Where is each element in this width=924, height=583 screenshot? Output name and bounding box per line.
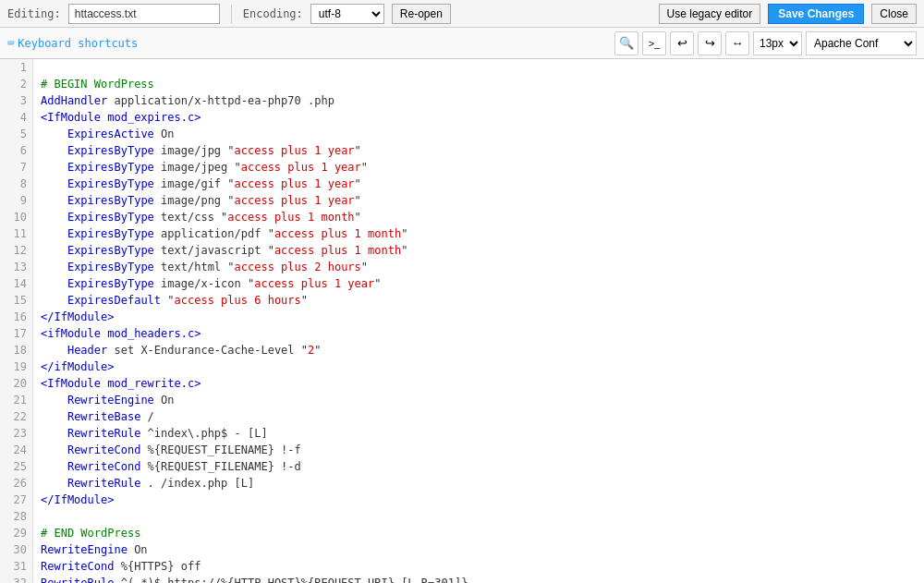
code-line: ExpiresByType image/png "access plus 1 y… bbox=[41, 192, 917, 209]
line-number: 15 bbox=[0, 292, 32, 309]
code-line bbox=[41, 59, 917, 76]
code-line: ExpiresActive On bbox=[41, 126, 917, 142]
code-line: </IfModule> bbox=[41, 309, 917, 325]
language-select[interactable]: Apache Conf Plain Text PHP bbox=[806, 31, 917, 55]
line-number: 20 bbox=[0, 375, 32, 392]
code-line: </IfModule> bbox=[41, 492, 917, 508]
line-number: 17 bbox=[0, 325, 32, 342]
editor-container: 1234567891011121314151617181920212223242… bbox=[0, 59, 924, 583]
line-number: 16 bbox=[0, 309, 32, 325]
line-number: 19 bbox=[0, 358, 32, 375]
line-number: 26 bbox=[0, 475, 32, 492]
line-number: 24 bbox=[0, 442, 32, 458]
code-line: RewriteRule ^(.*)$ https://%{HTTP_HOST}%… bbox=[41, 575, 917, 583]
line-number: 8 bbox=[0, 176, 32, 192]
filename-input[interactable] bbox=[68, 4, 220, 24]
code-line: RewriteCond %{REQUEST_FILENAME} !-d bbox=[41, 458, 917, 475]
code-line: # END WordPress bbox=[41, 525, 917, 541]
code-line: ExpiresByType text/html "access plus 2 h… bbox=[41, 259, 917, 275]
save-changes-button[interactable]: Save Changes bbox=[768, 4, 864, 24]
line-number: 6 bbox=[0, 142, 32, 159]
code-line: ExpiresByType image/gif "access plus 1 y… bbox=[41, 176, 917, 192]
code-line: Header set X-Endurance-Cache-Level "2" bbox=[41, 342, 917, 358]
code-line: AddHandler application/x-httpd-ea-php70 … bbox=[41, 92, 917, 109]
code-line: ExpiresByType image/x-icon "access plus … bbox=[41, 275, 917, 292]
top-toolbar: Editing: Encoding: utf-8 Re-open Use leg… bbox=[0, 0, 924, 28]
code-line: RewriteEngine On bbox=[41, 541, 917, 558]
line-number: 4 bbox=[0, 109, 32, 126]
code-line: </ifModule> bbox=[41, 358, 917, 375]
line-number: 12 bbox=[0, 242, 32, 259]
line-number: 21 bbox=[0, 392, 32, 408]
code-line: RewriteRule . /index.php [L] bbox=[41, 475, 917, 492]
code-line: RewriteEngine On bbox=[41, 392, 917, 408]
line-number: 28 bbox=[0, 508, 32, 525]
line-number: 9 bbox=[0, 192, 32, 209]
code-line: <IfModule mod_rewrite.c> bbox=[41, 375, 917, 392]
search-button[interactable]: 🔍 bbox=[614, 31, 638, 55]
line-number: 3 bbox=[0, 92, 32, 109]
code-line: ExpiresDefault "access plus 6 hours" bbox=[41, 292, 917, 309]
keyboard-icon: ⌨ bbox=[7, 37, 14, 50]
code-line: <ifModule mod_headers.c> bbox=[41, 325, 917, 342]
code-line: <IfModule mod_expires.c> bbox=[41, 109, 917, 126]
separator-1 bbox=[231, 5, 232, 23]
line-number: 25 bbox=[0, 458, 32, 475]
line-number: 29 bbox=[0, 525, 32, 541]
line-number: 23 bbox=[0, 425, 32, 442]
undo-button[interactable]: ↩ bbox=[670, 31, 694, 55]
line-number: 13 bbox=[0, 259, 32, 275]
line-number: 11 bbox=[0, 225, 32, 242]
line-number: 14 bbox=[0, 275, 32, 292]
redo-icon: ↪ bbox=[705, 36, 715, 50]
terminal-button[interactable]: >_ bbox=[642, 31, 666, 55]
code-line: ExpiresByType image/jpeg "access plus 1 … bbox=[41, 159, 917, 176]
line-number: 2 bbox=[0, 76, 32, 92]
line-number: 7 bbox=[0, 159, 32, 176]
code-line: ExpiresByType application/pdf "access pl… bbox=[41, 225, 917, 242]
close-button[interactable]: Close bbox=[871, 4, 917, 24]
use-legacy-button[interactable]: Use legacy editor bbox=[659, 4, 761, 24]
line-number: 30 bbox=[0, 541, 32, 558]
wrap-button[interactable]: ↔ bbox=[725, 31, 749, 55]
redo-button[interactable]: ↪ bbox=[698, 31, 722, 55]
code-line: ExpiresByType text/javascript "access pl… bbox=[41, 242, 917, 259]
encoding-label: Encoding: bbox=[243, 7, 303, 20]
font-size-select[interactable]: 13px 11px 14px 16px bbox=[753, 31, 802, 55]
line-number: 31 bbox=[0, 558, 32, 575]
encoding-select[interactable]: utf-8 bbox=[310, 4, 384, 24]
line-number: 1 bbox=[0, 59, 32, 76]
undo-icon: ↩ bbox=[677, 36, 687, 50]
code-line: ExpiresByType text/css "access plus 1 mo… bbox=[41, 209, 917, 225]
keyboard-shortcuts-link[interactable]: ⌨ Keyboard shortcuts bbox=[7, 37, 138, 50]
code-line: RewriteBase / bbox=[41, 408, 917, 425]
code-line: # BEGIN WordPress bbox=[41, 76, 917, 92]
wrap-icon: ↔ bbox=[732, 36, 744, 50]
code-line bbox=[41, 508, 917, 525]
line-number: 5 bbox=[0, 126, 32, 142]
code-line: RewriteCond %{REQUEST_FILENAME} !-f bbox=[41, 442, 917, 458]
line-number: 22 bbox=[0, 408, 32, 425]
code-line: RewriteRule ^index\.php$ - [L] bbox=[41, 425, 917, 442]
line-number: 32 bbox=[0, 575, 32, 583]
search-icon: 🔍 bbox=[619, 36, 634, 50]
line-number: 10 bbox=[0, 209, 32, 225]
second-toolbar: ⌨ Keyboard shortcuts 🔍 >_ ↩ ↪ ↔ 13px 11p… bbox=[0, 28, 924, 59]
code-area[interactable]: # BEGIN WordPressAddHandler application/… bbox=[33, 59, 924, 583]
reopen-button[interactable]: Re-open bbox=[392, 4, 451, 24]
code-line: RewriteCond %{HTTPS} off bbox=[41, 558, 917, 575]
line-number: 18 bbox=[0, 342, 32, 358]
terminal-icon: >_ bbox=[649, 38, 661, 49]
line-number: 27 bbox=[0, 492, 32, 508]
editing-label: Editing: bbox=[7, 7, 61, 20]
code-line: ExpiresByType image/jpg "access plus 1 y… bbox=[41, 142, 917, 159]
keyboard-shortcuts-label: Keyboard shortcuts bbox=[18, 37, 138, 50]
line-numbers: 1234567891011121314151617181920212223242… bbox=[0, 59, 33, 583]
